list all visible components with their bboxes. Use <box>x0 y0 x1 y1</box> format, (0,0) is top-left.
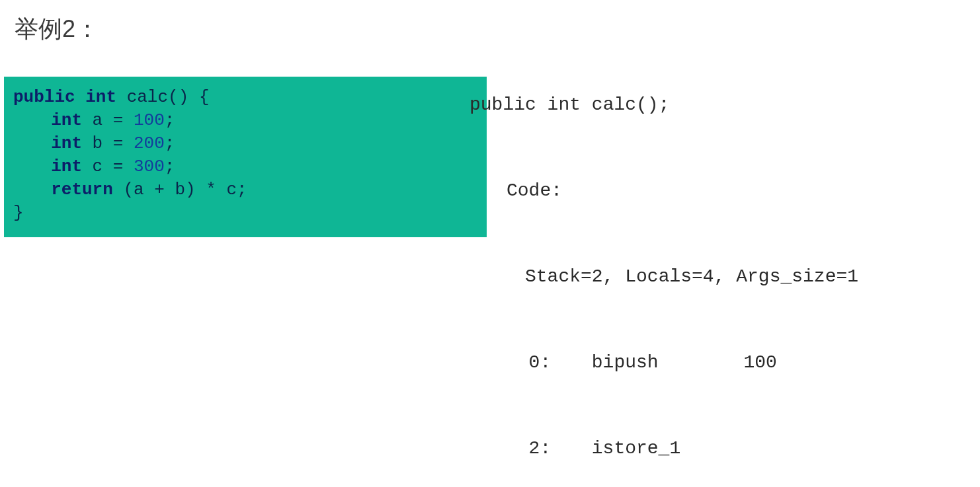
assign-b: b = <box>82 133 134 153</box>
src-line-b: int b = 200; <box>13 132 477 155</box>
literal-100: 100 <box>134 110 165 130</box>
bytecode-signature: public int calc(); <box>470 91 858 119</box>
return-expr: (a + b) * c; <box>113 180 247 200</box>
instruction: bipush <box>592 348 744 377</box>
semicolon: ; <box>165 133 175 153</box>
bytecode-code-label: Code: <box>470 176 858 205</box>
assign-c: c = <box>82 157 134 176</box>
bytecode-row: 2:istore_1 <box>470 434 858 463</box>
java-source-code: public int calc() { int a = 100; int b =… <box>4 77 487 237</box>
assign-a: a = <box>82 110 134 130</box>
keyword-int: int <box>51 110 82 130</box>
src-line-c: int c = 300; <box>13 155 477 178</box>
semicolon: ; <box>165 110 175 130</box>
keyword-int: int <box>51 157 82 176</box>
src-line-a: int a = 100; <box>13 109 477 132</box>
keyword-return: return <box>51 180 113 200</box>
keyword-public: public <box>13 87 75 107</box>
src-line-return: return (a + b) * c; <box>13 178 477 202</box>
keyword-int: int <box>85 87 116 107</box>
offset: 2: <box>529 434 592 463</box>
argument: 100 <box>743 348 776 377</box>
instruction: istore_1 <box>592 434 744 463</box>
offset: 0: <box>529 348 592 377</box>
sig-tail: () { <box>168 87 209 107</box>
bytecode-stack-info: Stack=2, Locals=4, Args_size=1 <box>470 262 858 291</box>
bytecode-row: 0:bipush100 <box>470 348 858 377</box>
src-line-signature: public int calc() { <box>13 86 477 109</box>
src-line-close: } <box>13 202 477 225</box>
bytecode-listing: public int calc(); Code: Stack=2, Locals… <box>470 33 858 487</box>
example-heading: 举例2： <box>15 13 99 46</box>
method-name: calc <box>127 87 168 107</box>
semicolon: ; <box>165 157 175 176</box>
keyword-int: int <box>51 133 82 153</box>
literal-300: 300 <box>134 157 165 176</box>
literal-200: 200 <box>134 133 165 153</box>
